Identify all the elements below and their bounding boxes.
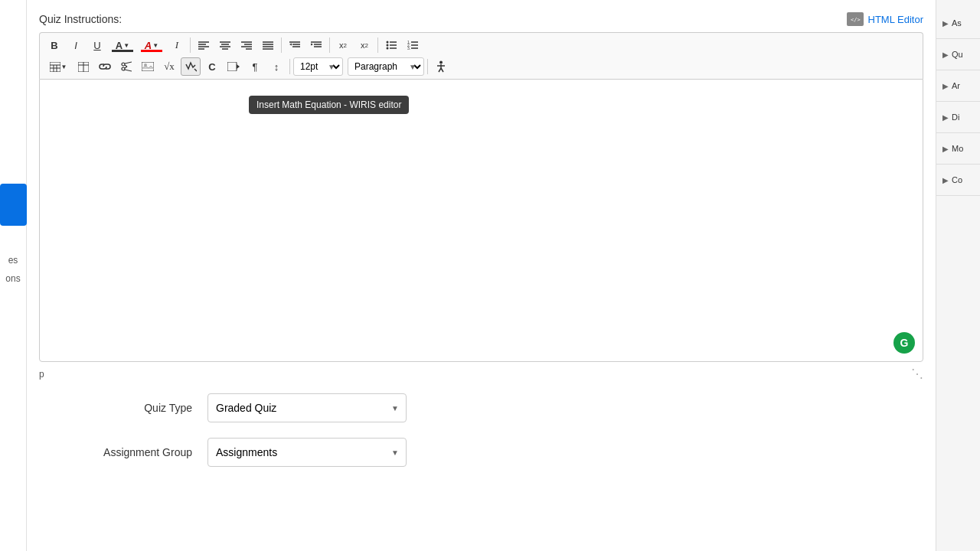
sidebar-item-di[interactable]: ▶ Di — [936, 102, 980, 133]
toolbar-row-1: B I U A ▼ A ▼ I — [44, 36, 918, 54]
indent-in-button[interactable] — [285, 36, 305, 54]
chevron-right-icon-qu: ▶ — [942, 51, 949, 59]
scissors-button[interactable] — [116, 57, 136, 76]
sidebar-item-label-di: Di — [952, 112, 959, 122]
custom-italic-button[interactable]: I — [167, 36, 187, 54]
toolbar-separator-4 — [377, 37, 378, 53]
table-button[interactable]: ▼ — [44, 57, 72, 76]
svg-line-60 — [441, 68, 443, 72]
align-center-button[interactable] — [215, 36, 235, 54]
sidebar-item-qu[interactable]: ▶ Qu — [936, 39, 980, 70]
editor-content[interactable] — [40, 80, 923, 347]
sidebar-item-as[interactable]: ▶ As — [936, 8, 980, 39]
assignment-group-row: Assignment Group Assignments Quizzes Exa… — [85, 438, 877, 467]
svg-point-47 — [122, 67, 125, 70]
editor-area[interactable]: G — [39, 79, 923, 362]
link-button[interactable] — [95, 57, 115, 76]
svg-rect-38 — [50, 62, 60, 72]
font-color-button[interactable]: A ▼ — [109, 36, 136, 54]
chevron-right-icon-as: ▶ — [942, 19, 949, 28]
italic-button[interactable]: I — [66, 36, 86, 54]
toolbar-separator-3 — [329, 37, 330, 53]
svg-marker-21 — [289, 44, 292, 46]
quiz-type-row: Quiz Type Graded Quiz Practice Quiz Grad… — [85, 393, 877, 422]
underline-button[interactable]: U — [87, 36, 107, 54]
chevron-right-icon-ar: ▶ — [942, 82, 949, 90]
assignment-group-label: Assignment Group — [85, 446, 207, 458]
sidebar-item-label-mo: Mo — [952, 144, 963, 153]
svg-point-56 — [439, 61, 443, 64]
accessibility-button[interactable] — [431, 57, 451, 76]
bullet-list-button[interactable] — [381, 36, 401, 54]
indent-out-button[interactable] — [306, 36, 326, 54]
quiz-type-select[interactable]: Graded Quiz Practice Quiz Graded Survey … — [207, 393, 407, 422]
main-content: Quiz Instructions: </> HTML Editor B I U… — [27, 0, 936, 551]
quiz-instructions-header: Quiz Instructions: </> HTML Editor — [39, 12, 923, 26]
left-sidebar-button[interactable] — [0, 184, 27, 226]
quiz-type-select-wrapper: Graded Quiz Practice Quiz Graded Survey … — [207, 393, 407, 422]
svg-point-28 — [387, 44, 389, 47]
sidebar-item-label-as: As — [952, 18, 962, 28]
svg-rect-54 — [227, 62, 237, 71]
assignment-group-select[interactable]: Assignments Quizzes Exams — [207, 438, 407, 467]
svg-text:</>: </> — [851, 17, 861, 23]
toolbar-separator-5 — [289, 59, 290, 74]
svg-line-48 — [125, 62, 132, 64]
resize-icon[interactable]: ⋱ — [911, 367, 923, 381]
bold-button[interactable]: B — [44, 36, 64, 54]
justify-button[interactable] — [258, 36, 278, 54]
paragraph-style-select[interactable]: Paragraph — [348, 57, 424, 76]
chemistry-button[interactable]: C — [202, 57, 222, 76]
direction-button[interactable]: ↕ — [266, 57, 286, 76]
left-sidebar: es ons — [0, 0, 27, 551]
paragraph-style-wrapper: Paragraph — [345, 57, 424, 76]
quiz-type-label: Quiz Type — [85, 402, 207, 414]
svg-point-30 — [387, 47, 389, 50]
svg-line-59 — [439, 68, 441, 72]
tooltip-text: Insert Math Equation - WIRIS editor — [256, 99, 401, 110]
toolbar-separator-2 — [281, 37, 282, 53]
paragraph-button[interactable]: ¶ — [245, 57, 265, 76]
image-button[interactable] — [138, 57, 158, 76]
editor-tag-indicator: p — [39, 369, 44, 380]
table2-button[interactable] — [74, 57, 93, 76]
assignment-group-select-wrapper: Assignments Quizzes Exams — [207, 438, 407, 467]
grammarly-button[interactable]: G — [893, 332, 915, 354]
form-section: Quiz Type Graded Quiz Practice Quiz Grad… — [39, 393, 923, 467]
quiz-instructions-label: Quiz Instructions: — [39, 13, 122, 25]
left-sidebar-text1: es — [8, 255, 18, 266]
sidebar-item-co[interactable]: ▶ Co — [936, 165, 980, 196]
chevron-right-icon-co: ▶ — [942, 176, 949, 184]
toolbar-separator-1 — [190, 37, 191, 53]
sidebar-item-ar[interactable]: ▶ Ar — [936, 70, 980, 102]
sidebar-item-mo[interactable]: ▶ Mo — [936, 133, 980, 165]
svg-text:3.: 3. — [407, 46, 410, 50]
sqrt-button[interactable]: √x — [159, 57, 179, 76]
sidebar-item-label-ar: Ar — [952, 81, 960, 90]
align-right-button[interactable] — [237, 36, 256, 54]
html-editor-icon: </> — [847, 12, 864, 26]
superscript-button[interactable]: x2 — [333, 36, 353, 54]
highlight-caret: ▼ — [152, 42, 158, 49]
below-editor-bar: p ⋱ — [39, 362, 923, 386]
highlight-color-button[interactable]: A ▼ — [138, 36, 165, 54]
font-size-wrapper: 12pt — [293, 57, 343, 76]
html-editor-label: HTML Editor — [868, 14, 923, 25]
subscript-button[interactable]: x2 — [354, 36, 374, 54]
right-sidebar: ▶ As ▶ Qu ▶ Ar ▶ Di ▶ Mo ▶ Co — [936, 0, 980, 551]
svg-line-51 — [125, 67, 127, 68]
video-button[interactable] — [224, 57, 243, 76]
numbered-list-button[interactable]: 1.2.3. — [403, 36, 423, 54]
html-editor-link[interactable]: </> HTML Editor — [847, 12, 923, 26]
math-equation-tooltip: Insert Math Equation - WIRIS editor — [249, 96, 409, 114]
toolbar-separator-6 — [427, 59, 428, 74]
editor-toolbar: B I U A ▼ A ▼ I — [39, 32, 923, 79]
svg-point-46 — [122, 63, 125, 66]
grammarly-icon: G — [900, 337, 909, 349]
align-left-button[interactable] — [194, 36, 214, 54]
font-size-select[interactable]: 12pt — [293, 57, 343, 76]
math-equation-button[interactable] — [181, 57, 201, 76]
svg-line-49 — [125, 70, 132, 71]
sidebar-item-label-co: Co — [952, 175, 962, 184]
toolbar-row-2: ▼ √x C ¶ ↕ — [44, 57, 918, 76]
